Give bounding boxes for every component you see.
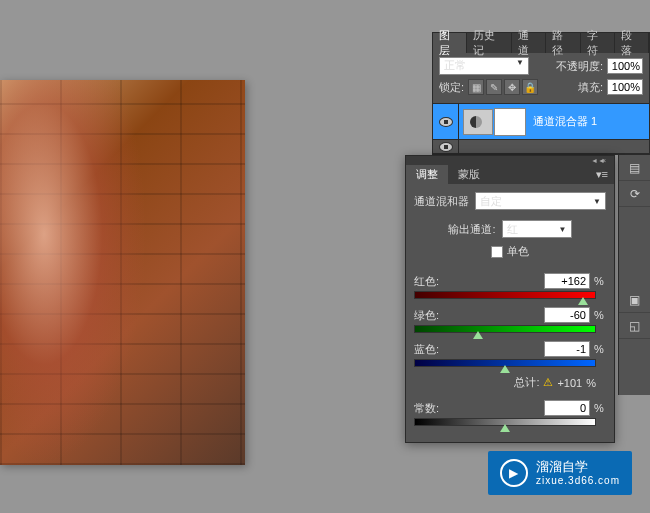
preset-select[interactable]: 自定 ▼ [475,192,606,210]
collapse-icon[interactable]: ◄◄ [591,157,599,163]
chevron-down-icon: ▼ [593,197,601,206]
tab-character[interactable]: 字符 [581,33,615,53]
output-channel-value: 红 [507,222,518,237]
lock-all-icon[interactable]: 🔒 [522,79,538,95]
dock-icon[interactable]: ◱ [619,313,650,339]
layer-list: 通道混合器 1 [433,103,649,154]
opacity-label: 不透明度: [556,59,603,74]
slider-thumb-icon[interactable] [500,365,510,373]
slider-thumb-icon[interactable] [500,424,510,432]
slider-red: 红色: % [414,273,606,301]
slider-green-track[interactable] [414,325,596,335]
output-channel-label: 输出通道: [448,222,495,237]
blend-mode-select[interactable]: 正常 ▼ [439,57,529,75]
slider-blue: 蓝色: % [414,341,606,369]
slider-constant: 常数: % [414,400,606,428]
warning-icon: ⚠ [543,376,553,389]
lock-pixels-icon[interactable]: ✎ [486,79,502,95]
slider-red-track[interactable] [414,291,596,301]
pct-label: % [586,377,596,389]
canvas-preview [0,80,245,465]
slider-blue-track[interactable] [414,359,596,369]
dock-icon[interactable]: ⟳ [619,181,650,207]
slider-green-label: 绿色: [414,308,439,323]
slider-red-label: 红色: [414,274,439,289]
layers-panel: 图层 历史记 通道 路径 字符 段落 正常 ▼ 不透明度: 锁定: ▦ ✎ ✥ … [432,32,650,155]
lock-icons: ▦ ✎ ✥ 🔒 [468,79,538,95]
slider-green: 绿色: % [414,307,606,335]
tab-masks[interactable]: 蒙版 [448,165,490,184]
slider-green-input[interactable] [544,307,590,323]
watermark-url: zixue.3d66.com [536,475,620,487]
right-dock-strip: ▤ ⟳ ▣ ◱ [618,155,650,395]
fill-input[interactable] [607,79,643,95]
layer-row[interactable] [433,140,649,154]
adjustments-tabs: 调整 蒙版 ▾≡ [406,164,614,184]
watermark-title: 溜溜自学 [536,459,620,475]
tab-channels[interactable]: 通道 [512,33,546,53]
tab-layers[interactable]: 图层 [433,33,467,53]
chevron-down-icon: ▼ [559,225,567,234]
visibility-toggle[interactable] [433,140,459,153]
panel-titlebar[interactable]: ◄◄ × [406,156,614,164]
opacity-input[interactable] [607,58,643,74]
adjustments-panel: ◄◄ × 调整 蒙版 ▾≡ 通道混和器 自定 ▼ 输出通道: 红 ▼ 单色 [405,155,615,443]
dock-icon[interactable]: ▣ [619,287,650,313]
monochrome-checkbox[interactable] [491,246,503,258]
play-icon: ▶ [500,459,528,487]
fill-label: 填充: [578,80,603,95]
tab-paths[interactable]: 路径 [546,33,580,53]
output-channel-select[interactable]: 红 ▼ [502,220,572,238]
chevron-down-icon: ▼ [516,58,524,67]
total-label: 总计: [514,375,539,390]
lock-label: 锁定: [439,80,464,95]
eye-icon [439,117,453,127]
slider-constant-label: 常数: [414,401,439,416]
slider-constant-input[interactable] [544,400,590,416]
panel-menu-icon[interactable]: ▾≡ [596,168,608,181]
tab-paragraph[interactable]: 段落 [615,33,649,53]
slider-constant-track[interactable] [414,418,596,428]
blend-mode-value: 正常 [444,59,466,71]
slider-red-input[interactable] [544,273,590,289]
monochrome-label: 单色 [507,244,529,259]
visibility-toggle[interactable] [433,104,459,139]
slider-blue-input[interactable] [544,341,590,357]
adjustment-thumbnail [463,109,493,135]
dock-icon[interactable]: ▤ [619,155,650,181]
tab-adjustments[interactable]: 调整 [406,165,448,184]
close-icon[interactable]: × [602,157,610,163]
slider-blue-label: 蓝色: [414,342,439,357]
pct-label: % [594,275,606,287]
watermark-badge: ▶ 溜溜自学 zixue.3d66.com [488,451,632,495]
tab-history[interactable]: 历史记 [467,33,512,53]
layer-row-channel-mixer[interactable]: 通道混合器 1 [433,104,649,140]
preset-value: 自定 [480,194,502,209]
pct-label: % [594,343,606,355]
mask-thumbnail [495,109,525,135]
lock-transparency-icon[interactable]: ▦ [468,79,484,95]
pct-label: % [594,309,606,321]
slider-thumb-icon[interactable] [578,297,588,305]
layers-controls: 正常 ▼ 不透明度: 锁定: ▦ ✎ ✥ 🔒 填充: [433,53,649,103]
total-value: +101 [557,377,582,389]
adjustment-title: 通道混和器 [414,194,469,209]
slider-thumb-icon[interactable] [473,331,483,339]
lock-position-icon[interactable]: ✥ [504,79,520,95]
pct-label: % [594,402,606,414]
layers-panel-tabs: 图层 历史记 通道 路径 字符 段落 [433,33,649,53]
layer-name: 通道混合器 1 [533,114,597,129]
eye-icon [439,142,453,152]
